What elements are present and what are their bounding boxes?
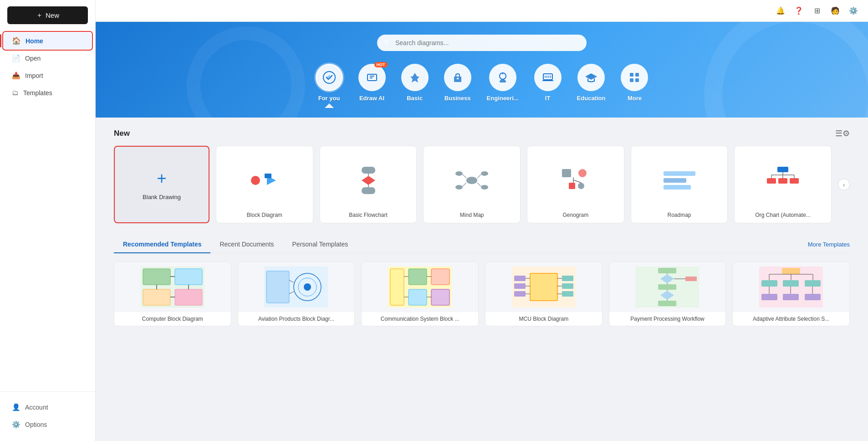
more-icon xyxy=(628,71,641,84)
svg-line-37 xyxy=(477,183,481,186)
mcu-label: MCU Block Diagram xyxy=(485,312,602,326)
category-basic[interactable]: Basic xyxy=(398,64,432,108)
svg-rect-84 xyxy=(514,283,526,289)
svg-rect-82 xyxy=(530,273,557,301)
roadmap-thumb xyxy=(636,153,723,208)
business-icon-circle xyxy=(444,64,471,91)
mind-map-label: Mind Map xyxy=(460,212,484,218)
svg-line-43 xyxy=(573,180,581,183)
genogram-thumb xyxy=(532,153,619,208)
template-card-block-diagram[interactable]: Block Diagram xyxy=(216,146,313,223)
category-more[interactable]: More xyxy=(617,64,652,108)
sidebar-item-options[interactable]: ⚙️ Options xyxy=(4,416,92,433)
svg-rect-86 xyxy=(562,276,573,281)
grid-icon[interactable]: ⊞ xyxy=(811,5,823,17)
banner: 🔍 For you xyxy=(96,22,868,118)
template-grid: + Blank Drawing Block Diagram xyxy=(114,146,850,223)
for-you-label: For you xyxy=(318,95,340,102)
svg-rect-50 xyxy=(790,178,799,184)
svg-rect-73 xyxy=(408,269,427,285)
blank-drawing-card[interactable]: + Blank Drawing xyxy=(114,146,209,223)
account-icon: 👤 xyxy=(12,403,20,411)
block-diagram-thumb xyxy=(221,153,308,208)
hot-badge: HOT xyxy=(374,62,388,67)
template-card-org-chart[interactable]: Org Chart (Automate... xyxy=(734,146,832,223)
svg-rect-19 xyxy=(630,78,633,82)
it-icon-circle xyxy=(534,64,562,91)
business-icon xyxy=(451,71,465,84)
svg-rect-76 xyxy=(431,289,449,305)
template-card-mind-map[interactable]: Mind Map xyxy=(423,146,521,223)
person-icon[interactable]: 🧑 xyxy=(829,5,842,17)
category-business[interactable]: Business xyxy=(440,64,475,108)
sidebar-item-templates[interactable]: 🗂 Templates xyxy=(4,85,92,101)
svg-point-31 xyxy=(455,185,463,190)
aviation-thumb xyxy=(238,262,355,312)
svg-line-35 xyxy=(463,183,466,186)
for-you-icon xyxy=(322,71,336,84)
topbar: 🔔 ❓ ⊞ 🧑 ⚙️ xyxy=(96,0,868,22)
rec-card-aviation[interactable]: Aviation Products Block Diagr... xyxy=(238,262,355,326)
computer-block-label: Computer Block Diagram xyxy=(114,312,231,326)
more-templates-link[interactable]: More Templates xyxy=(808,236,850,252)
it-icon xyxy=(541,71,555,84)
rec-card-communication[interactable]: Communication System Block ... xyxy=(361,262,479,326)
mind-map-thumb xyxy=(428,153,516,208)
category-it[interactable]: IT xyxy=(531,64,565,108)
tab-personal[interactable]: Personal Templates xyxy=(283,236,357,253)
template-card-genogram[interactable]: Genogram xyxy=(527,146,624,223)
sidebar-templates-label: Templates xyxy=(23,89,52,97)
svg-rect-46 xyxy=(664,185,691,190)
svg-rect-40 xyxy=(569,183,575,189)
new-button[interactable]: ＋ New xyxy=(7,6,88,24)
bell-icon[interactable]: 🔔 xyxy=(774,5,787,17)
sidebar-item-open[interactable]: 📄 Open xyxy=(4,50,92,67)
rec-card-computer-block[interactable]: Computer Block Diagram xyxy=(114,262,231,326)
sidebar-import-label: Import xyxy=(25,72,43,79)
svg-point-33 xyxy=(481,185,488,190)
more-icon-circle xyxy=(621,64,648,91)
tab-recent[interactable]: Recent Documents xyxy=(210,236,283,253)
svg-point-32 xyxy=(481,171,488,176)
section-settings-icon[interactable]: ☰⚙ xyxy=(835,128,850,138)
sidebar-item-account[interactable]: 👤 Account xyxy=(4,399,92,415)
page-body: New ☰⚙ + Blank Drawing xyxy=(96,118,868,337)
svg-rect-114 xyxy=(805,294,821,300)
search-container: 🔍 xyxy=(377,35,587,51)
svg-rect-6 xyxy=(457,78,459,79)
settings-icon[interactable]: ⚙️ xyxy=(847,5,860,17)
template-card-roadmap[interactable]: Roadmap xyxy=(631,146,728,223)
import-icon: 📥 xyxy=(12,72,20,80)
category-edraw-ai[interactable]: HOT Edraw AI xyxy=(355,64,389,108)
svg-rect-58 xyxy=(143,289,170,305)
sidebar-bottom: 👤 Account ⚙️ Options xyxy=(0,391,95,441)
sidebar: ＋ New 🏠 Home 📄 Open 📥 Import 🗂 Templates… xyxy=(0,0,96,441)
svg-rect-72 xyxy=(390,269,404,305)
business-label: Business xyxy=(444,95,471,102)
rec-card-payment[interactable]: Payment Processing Workflow xyxy=(609,262,726,326)
sidebar-options-label: Options xyxy=(25,421,47,428)
sidebar-item-home[interactable]: 🏠 Home xyxy=(4,32,92,49)
education-icon-circle xyxy=(577,64,605,91)
for-you-icon-circle xyxy=(316,64,343,91)
sidebar-item-import[interactable]: 📥 Import xyxy=(4,67,92,84)
engineering-icon xyxy=(496,71,510,84)
help-icon[interactable]: ❓ xyxy=(792,5,805,17)
mcu-thumb xyxy=(485,262,602,312)
category-engineering[interactable]: Engineeri... xyxy=(483,64,522,108)
svg-point-39 xyxy=(578,169,587,177)
tab-recommended[interactable]: Recommended Templates xyxy=(114,236,210,253)
svg-rect-20 xyxy=(635,78,639,82)
template-card-basic-flowchart[interactable]: Basic Flowchart xyxy=(320,146,417,223)
payment-label: Payment Processing Workflow xyxy=(609,312,726,326)
category-for-you[interactable]: For you xyxy=(312,64,347,108)
search-input[interactable] xyxy=(377,35,587,51)
rec-card-mcu[interactable]: MCU Block Diagram xyxy=(485,262,602,326)
category-education[interactable]: Education xyxy=(573,64,609,108)
svg-rect-17 xyxy=(630,73,633,77)
svg-rect-110 xyxy=(783,280,799,287)
org-chart-label: Org Chart (Automate... xyxy=(756,212,811,218)
template-nav-arrow[interactable]: › xyxy=(838,179,850,190)
rec-card-adaptive[interactable]: Adaptive Attribute Selection S... xyxy=(732,262,850,326)
svg-rect-47 xyxy=(777,167,788,172)
